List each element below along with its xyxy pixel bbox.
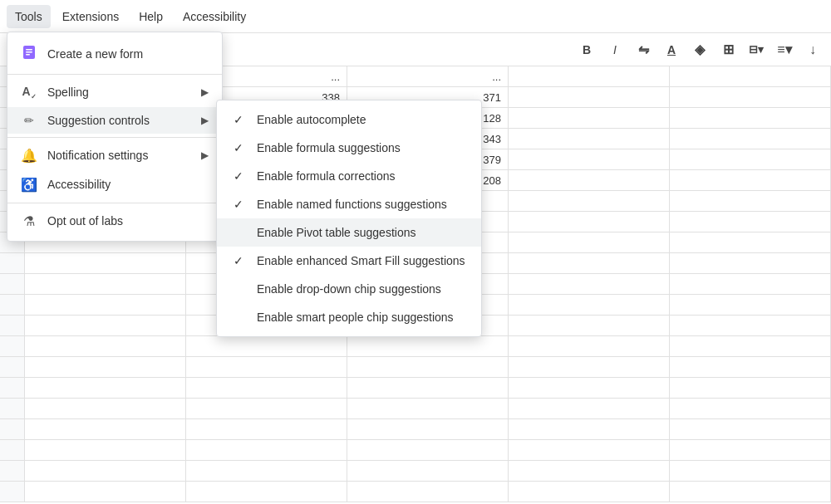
data-cell[interactable]: [186, 482, 347, 502]
submenu-item-smart-fill[interactable]: ✓ Enable enhanced Smart Fill suggestions: [217, 247, 481, 275]
data-cell[interactable]: [670, 461, 831, 481]
data-cell[interactable]: [509, 108, 670, 128]
align-button[interactable]: ≡▾: [773, 38, 796, 61]
data-cell[interactable]: [670, 212, 831, 232]
data-cell[interactable]: [670, 399, 831, 418]
more-button[interactable]: ↓: [801, 38, 824, 61]
data-cell[interactable]: [670, 440, 831, 460]
data-cell[interactable]: [186, 336, 347, 356]
data-cell[interactable]: [509, 399, 670, 418]
data-cell[interactable]: [509, 316, 670, 335]
data-cell[interactable]: [670, 336, 831, 356]
data-cell[interactable]: [670, 129, 831, 149]
data-cell[interactable]: [509, 295, 670, 315]
data-cell[interactable]: [509, 357, 670, 377]
data-cell[interactable]: [670, 232, 831, 252]
data-cell[interactable]: [670, 149, 831, 169]
menu-item-spelling[interactable]: A✓ Spelling ▶: [7, 78, 222, 107]
data-cell[interactable]: [670, 253, 831, 273]
data-cell[interactable]: [509, 66, 670, 86]
data-cell[interactable]: [509, 129, 670, 149]
data-cell[interactable]: [25, 399, 186, 418]
submenu-item-smart-people[interactable]: ✓ Enable smart people chip suggestions: [217, 303, 481, 331]
data-cell[interactable]: [25, 274, 186, 294]
submenu-item-formula-corrections[interactable]: ✓ Enable formula corrections: [217, 162, 481, 190]
menu-item-extensions[interactable]: Extensions: [54, 5, 127, 28]
data-cell[interactable]: [509, 149, 670, 169]
submenu-item-named-functions[interactable]: ✓ Enable named functions suggestions: [217, 190, 481, 218]
data-cell[interactable]: [347, 399, 509, 418]
data-cell[interactable]: [509, 274, 670, 294]
data-cell[interactable]: [670, 482, 831, 502]
menu-item-accessibility[interactable]: ♿ Accessibility: [7, 170, 222, 199]
data-cell[interactable]: [509, 336, 670, 356]
data-cell[interactable]: [25, 461, 186, 481]
data-cell[interactable]: [670, 274, 831, 294]
data-cell[interactable]: [509, 87, 670, 107]
data-cell[interactable]: [670, 87, 831, 107]
data-cell[interactable]: [25, 419, 186, 439]
data-cell[interactable]: [186, 440, 347, 460]
italic-button[interactable]: I: [603, 38, 627, 61]
data-cell[interactable]: [186, 378, 347, 398]
data-cell[interactable]: [25, 336, 186, 356]
submenu-item-drop-down-chip[interactable]: ✓ Enable drop-down chip suggestions: [217, 275, 481, 303]
data-cell[interactable]: [509, 212, 670, 232]
data-cell[interactable]: [186, 399, 347, 418]
data-cell[interactable]: [347, 378, 509, 398]
menu-item-create-form[interactable]: Create a new form: [7, 37, 222, 71]
data-cell[interactable]: [509, 170, 670, 190]
data-cell[interactable]: [670, 66, 831, 86]
data-cell[interactable]: [347, 461, 509, 481]
data-cell[interactable]: [186, 461, 347, 481]
data-cell[interactable]: [25, 378, 186, 398]
menu-item-tools[interactable]: Tools: [7, 5, 51, 28]
merge-button[interactable]: ⊟▾: [745, 38, 768, 61]
notification-settings-arrow-icon: ▶: [201, 149, 209, 161]
data-cell[interactable]: [25, 253, 186, 273]
data-cell[interactable]: [670, 378, 831, 398]
submenu-item-pivot-table[interactable]: ✓ Enable Pivot table suggestions: [217, 218, 481, 247]
data-cell[interactable]: [25, 357, 186, 377]
data-cell[interactable]: [347, 336, 509, 356]
data-cell[interactable]: [670, 191, 831, 211]
font-color-button[interactable]: A: [660, 38, 683, 61]
data-cell[interactable]: [670, 316, 831, 335]
data-cell[interactable]: [509, 482, 670, 502]
strikethrough-button[interactable]: ⇋: [632, 38, 655, 61]
data-cell[interactable]: [509, 378, 670, 398]
borders-button[interactable]: ⊞: [716, 38, 740, 61]
data-cell[interactable]: [347, 419, 509, 439]
data-cell[interactable]: [25, 295, 186, 315]
data-cell[interactable]: [186, 357, 347, 377]
data-cell[interactable]: [186, 419, 347, 439]
data-cell[interactable]: [347, 482, 509, 502]
data-cell[interactable]: [670, 295, 831, 315]
data-cell[interactable]: [347, 357, 509, 377]
submenu-item-autocomplete[interactable]: ✓ Enable autocomplete: [217, 105, 481, 134]
data-cell[interactable]: [670, 170, 831, 190]
data-cell[interactable]: [25, 482, 186, 502]
bold-button[interactable]: B: [575, 38, 598, 61]
menu-item-opt-out-labs[interactable]: ⚗ Opt out of labs: [7, 207, 222, 236]
data-cell[interactable]: [509, 253, 670, 273]
data-cell[interactable]: [670, 419, 831, 439]
data-cell[interactable]: [670, 357, 831, 377]
data-cell[interactable]: [509, 461, 670, 481]
menu-item-suggestion-controls[interactable]: ✏ Suggestion controls ▶: [7, 107, 222, 134]
data-cell[interactable]: [509, 419, 670, 439]
data-cell[interactable]: [25, 316, 186, 335]
menu-item-help[interactable]: Help: [130, 5, 171, 28]
data-cell[interactable]: ...: [347, 66, 509, 86]
fill-color-button[interactable]: ◈: [688, 38, 711, 61]
data-cell[interactable]: [509, 232, 670, 252]
submenu-item-formula-suggestions[interactable]: ✓ Enable formula suggestions: [217, 134, 481, 162]
data-cell[interactable]: [509, 440, 670, 460]
menu-item-notification-settings[interactable]: 🔔 Notification settings ▶: [7, 141, 222, 170]
data-cell[interactable]: [347, 440, 509, 460]
data-cell[interactable]: [25, 440, 186, 460]
data-cell[interactable]: [509, 191, 670, 211]
menu-item-accessibility[interactable]: Accessibility: [175, 5, 254, 28]
notification-settings-icon: 🔔: [21, 148, 37, 164]
data-cell[interactable]: [670, 108, 831, 128]
